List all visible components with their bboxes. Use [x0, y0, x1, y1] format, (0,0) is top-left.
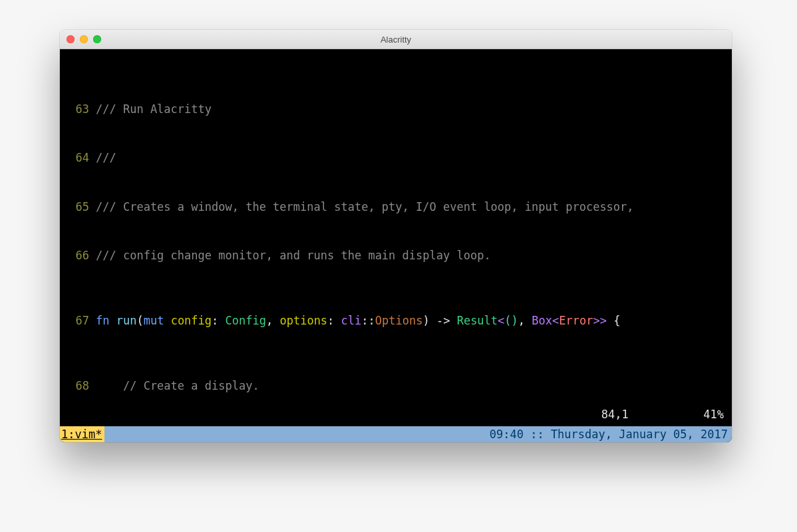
vim-status: 84,1 41% — [601, 406, 724, 423]
code-text: // Create a display. — [96, 378, 725, 394]
code-line: 66 /// config change monitor, and runs t… — [67, 247, 725, 264]
tmux-window-tab[interactable]: 1:vim* — [60, 426, 104, 442]
line-number: 65 — [67, 199, 96, 215]
close-icon[interactable] — [67, 35, 75, 43]
titlebar[interactable]: Alacritty — [60, 30, 732, 49]
window-title: Alacritty — [60, 35, 732, 45]
line-number: 67 — [67, 313, 96, 329]
code-area: 63 /// Run Alacritty 64 /// 65 /// Creat… — [67, 52, 725, 442]
code-text: /// config change monitor, and runs the … — [96, 247, 725, 264]
code-text: fn run(mut config: Config, options: cli:… — [96, 313, 725, 329]
maximize-icon[interactable] — [93, 35, 101, 43]
line-number: 63 — [67, 101, 96, 118]
code-text: /// Run Alacritty — [96, 101, 725, 118]
tmux-status-bar[interactable]: 1:vim* 09:40 :: Thursday, January 05, 20… — [60, 426, 732, 442]
vim-scroll-pct: 41% — [703, 408, 724, 421]
alacritty-window: Alacritty 63 /// Run Alacritty 64 /// 65… — [60, 30, 732, 442]
code-text: /// — [96, 150, 725, 166]
vim-cursor-pos: 84,1 — [601, 408, 629, 421]
code-line: 68 // Create a display. — [67, 378, 725, 394]
code-line: 65 /// Creates a window, the terminal st… — [67, 199, 725, 215]
code-text: /// Creates a window, the terminal state… — [96, 199, 725, 215]
line-number: 68 — [67, 378, 96, 394]
line-number: 64 — [67, 150, 96, 166]
minimize-icon[interactable] — [80, 35, 88, 43]
terminal-area[interactable]: 63 /// Run Alacritty 64 /// 65 /// Creat… — [60, 49, 732, 442]
code-line: 63 /// Run Alacritty — [67, 101, 725, 118]
code-line: 64 /// — [67, 150, 725, 166]
tmux-clock: 09:40 :: Thursday, January 05, 2017 — [490, 426, 732, 442]
traffic-lights — [67, 35, 101, 43]
code-line: 67 fn run(mut config: Config, options: c… — [67, 313, 725, 329]
line-number: 66 — [67, 247, 96, 264]
